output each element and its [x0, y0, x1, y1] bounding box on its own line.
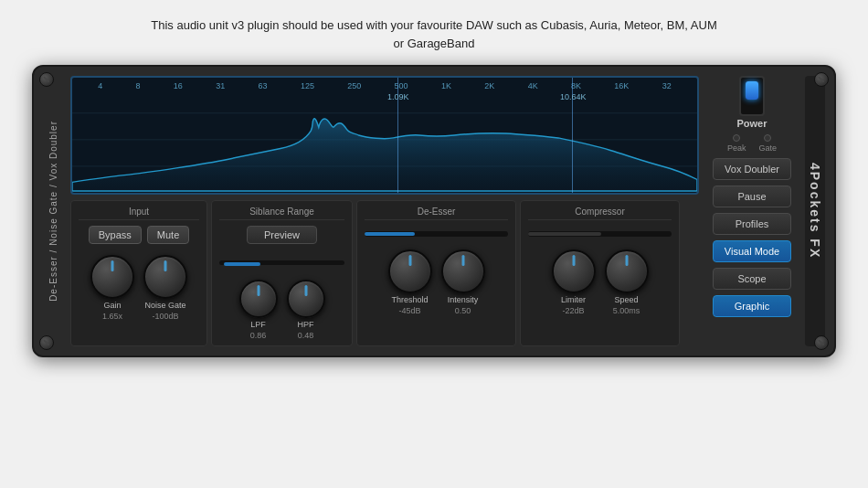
- hpf-knob[interactable]: [287, 280, 325, 318]
- noise-gate-knob-group: Noise Gate -100dB: [143, 255, 187, 321]
- lpf-value: 0.86: [250, 331, 267, 340]
- compressor-title: Compressor: [528, 207, 672, 220]
- gate-label: Gate: [759, 143, 778, 153]
- threshold-value: -45dB: [398, 306, 420, 315]
- speed-knob[interactable]: [605, 249, 649, 293]
- plugin-left-text: De-Esser / Noise Gate / Vox Doubler: [48, 121, 58, 302]
- input-btn-row: Bypass Mute: [89, 226, 190, 244]
- noise-gate-knob[interactable]: [143, 255, 187, 299]
- power-indicator: [746, 81, 758, 100]
- profiles-button[interactable]: Profiles: [713, 213, 791, 235]
- bypass-button[interactable]: Bypass: [89, 226, 142, 244]
- hpf-value: 0.48: [298, 331, 314, 340]
- threshold-label: Threshold: [391, 295, 428, 304]
- compressor-slider[interactable]: [528, 231, 672, 237]
- deesser-title: De-Esser: [365, 207, 508, 220]
- lpf-knob-group: LPF 0.86: [239, 280, 278, 340]
- gate-item: Gate: [759, 134, 778, 153]
- header-description: This audio unit v3 plugin should be used…: [151, 16, 717, 52]
- freq-labels: 4 8 16 31 63 125 250 500 1K 2K 4K 8K 16K…: [72, 81, 697, 90]
- input-section: Input Bypass Mute Gain 1.65x Noi: [70, 200, 207, 346]
- screw-bl: [39, 335, 54, 350]
- eq-curve: [72, 78, 697, 193]
- screw-tr: [814, 72, 829, 87]
- freq-marker-2-label: 10.64K: [560, 92, 587, 101]
- brand-column: 4Pockets FX: [805, 76, 825, 346]
- sibilance-knobs: LPF 0.86 HPF 0.48: [239, 280, 325, 340]
- intensity-value: 0.50: [455, 306, 471, 315]
- sibilance-slider[interactable]: [219, 260, 344, 265]
- gain-label: Gain: [103, 301, 121, 310]
- peak-label: Peak: [727, 143, 746, 153]
- peak-gate-row: Peak Gate: [727, 134, 777, 153]
- sibilance-title: Siblance Range: [219, 207, 344, 220]
- hpf-label: HPF: [298, 320, 314, 329]
- intensity-knob[interactable]: [441, 249, 485, 293]
- limiter-knob-group: Limiter -22dB: [552, 249, 596, 315]
- deesser-knobs: Threshold -45dB Intensity 0.50: [388, 249, 485, 315]
- compressor-track: [528, 232, 601, 236]
- speed-value: 5.00ms: [613, 306, 640, 315]
- sibilance-track: [224, 262, 260, 266]
- peak-item: Peak: [727, 134, 746, 153]
- sibilance-section: Siblance Range Preview LPF 0.86 H: [211, 200, 353, 346]
- lpf-knob[interactable]: [239, 280, 278, 318]
- gate-led: [764, 134, 771, 142]
- pause-button[interactable]: Pause: [713, 186, 791, 207]
- power-label: Power: [736, 118, 767, 129]
- limiter-knob[interactable]: [552, 249, 596, 293]
- controls-row: Input Bypass Mute Gain 1.65x Noi: [70, 200, 699, 346]
- main-content: 4 8 16 31 63 125 250 500 1K 2K 4K 8K 16K…: [70, 76, 699, 346]
- freq-marker-1: 1.09K: [397, 78, 398, 193]
- brand-label: 4Pockets FX: [808, 163, 822, 259]
- vox-doubler-button[interactable]: Vox Doubler: [713, 158, 791, 180]
- limiter-label: Limiter: [561, 295, 586, 304]
- deesser-section: De-Esser Threshold -45dB Intensity: [356, 200, 516, 346]
- left-label: De-Esser / Noise Gate / Vox Doubler: [43, 76, 63, 346]
- plugin-body: De-Esser / Noise Gate / Vox Doubler 4 8 …: [32, 65, 836, 357]
- deesser-slider[interactable]: [365, 231, 508, 237]
- noise-gate-label: Noise Gate: [144, 301, 185, 310]
- right-panel: Power Peak Gate Vox Doubler Pause Profil…: [706, 76, 798, 346]
- visual-mode-button[interactable]: Visual Mode: [713, 240, 791, 262]
- screw-br: [814, 335, 829, 350]
- plugin-container: De-Esser / Noise Gate / Vox Doubler 4 8 …: [32, 65, 836, 357]
- input-knobs: Gain 1.65x Noise Gate -100dB: [90, 255, 187, 321]
- compressor-section: Compressor Limiter -22dB Speed: [520, 200, 680, 346]
- freq-marker-1-label: 1.09K: [387, 92, 409, 101]
- speed-label: Speed: [614, 295, 638, 304]
- power-area: Power: [736, 76, 767, 129]
- intensity-knob-group: Intensity 0.50: [441, 249, 485, 315]
- screw-tl: [39, 72, 54, 87]
- lpf-label: LPF: [250, 320, 266, 329]
- description-line2: or GarageBand: [394, 37, 475, 50]
- gain-knob[interactable]: [90, 255, 134, 299]
- description-line1: This audio unit v3 plugin should be used…: [151, 18, 717, 32]
- gain-value: 1.65x: [102, 312, 122, 321]
- preview-button[interactable]: Preview: [247, 226, 317, 244]
- scope-button[interactable]: Scope: [713, 268, 791, 290]
- limiter-value: -22dB: [562, 306, 584, 315]
- power-toggle[interactable]: [739, 76, 765, 116]
- compressor-knobs: Limiter -22dB Speed 5.00ms: [552, 249, 649, 315]
- frequency-display: 4 8 16 31 63 125 250 500 1K 2K 4K 8K 16K…: [70, 76, 699, 195]
- peak-led: [733, 134, 740, 142]
- mute-button[interactable]: Mute: [147, 226, 189, 244]
- gain-knob-group: Gain 1.65x: [90, 255, 134, 321]
- graphic-button[interactable]: Graphic: [713, 295, 791, 317]
- input-title: Input: [79, 207, 199, 220]
- intensity-label: Intensity: [448, 295, 479, 304]
- noise-gate-value: -100dB: [152, 312, 178, 321]
- hpf-knob-group: HPF 0.48: [287, 280, 325, 340]
- threshold-knob[interactable]: [388, 249, 432, 293]
- threshold-knob-group: Threshold -45dB: [388, 249, 432, 315]
- freq-marker-2: 10.64K: [572, 78, 573, 193]
- deesser-track: [365, 232, 415, 236]
- speed-knob-group: Speed 5.00ms: [605, 249, 649, 315]
